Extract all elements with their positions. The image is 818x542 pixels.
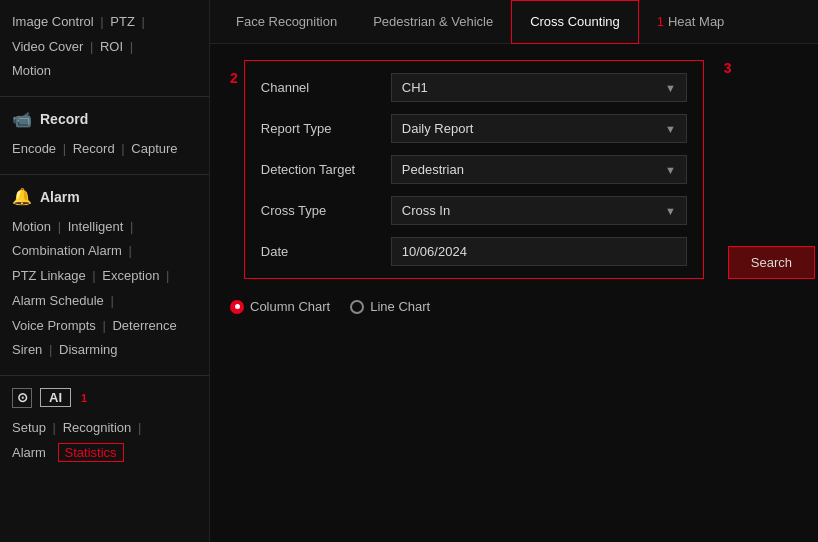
detection-target-value: Pedestrian [402,162,464,177]
sidebar-link-alarm-schedule[interactable]: Alarm Schedule [12,293,104,308]
image-section-links: Image Control | PTZ | Video Cover | ROI … [0,6,209,92]
sidebar-link-siren[interactable]: Siren [12,342,42,357]
report-type-label: Report Type [261,121,391,136]
tab-pedestrian-vehicle[interactable]: Pedestrian & Vehicle [355,0,511,44]
detection-target-select[interactable]: Pedestrian ▼ [391,155,687,184]
ai-badge-number: 1 [81,392,87,404]
date-input[interactable] [391,237,687,266]
sidebar-link-setup[interactable]: Setup [12,420,46,435]
top-tabs: Face Recognition Pedestrian & Vehicle Cr… [210,0,818,44]
ai-section-links: Setup | Recognition | Alarm Statistics [0,412,209,473]
line-chart-label: Line Chart [370,299,430,314]
column-chart-label: Column Chart [250,299,330,314]
sidebar-link-combination-alarm[interactable]: Combination Alarm [12,243,122,258]
sidebar-link-motion[interactable]: Motion [12,219,51,234]
main-panel: Face Recognition Pedestrian & Vehicle Cr… [210,0,818,542]
cross-type-value: Cross In [402,203,450,218]
sidebar-link-roi[interactable]: ROI [100,39,123,54]
chart-selector: Column Chart Line Chart [230,299,798,314]
cross-type-select[interactable]: Cross In ▼ [391,196,687,225]
sidebar-link-capture[interactable]: Capture [131,141,177,156]
record-section-title: 📹 Record [0,101,209,133]
cross-type-label: Cross Type [261,203,391,218]
form-badge-2: 2 [230,70,238,86]
sidebar-link-ptz-linkage[interactable]: PTZ Linkage [12,268,86,283]
tab-heat-map-label: Heat Map [668,14,724,29]
ai-section-title: ⊙ AI 1 [0,380,209,412]
sidebar-link-deterrence[interactable]: Deterrence [112,318,176,333]
date-control [391,237,687,266]
record-section-links: Encode | Record | Capture [0,133,209,170]
sidebar-link-disarming[interactable]: Disarming [59,342,118,357]
search-form: Channel CH1 ▼ Report Type [244,60,704,279]
sidebar-link-voice-prompts[interactable]: Voice Prompts [12,318,96,333]
report-type-chevron-icon: ▼ [665,123,676,135]
sidebar-link-encode[interactable]: Encode [12,141,56,156]
ai-title: AI [40,388,71,407]
search-area: 3 Search [728,60,815,279]
column-chart-option[interactable]: Column Chart [230,299,330,314]
record-title: Record [40,111,88,127]
line-chart-radio[interactable] [350,300,364,314]
cross-type-chevron-icon: ▼ [665,205,676,217]
record-icon: 📹 [12,109,32,129]
sidebar-link-ptz[interactable]: PTZ [110,14,135,29]
channel-label: Channel [261,80,391,95]
alarm-icon: 🔔 [12,187,32,207]
report-type-control: Daily Report ▼ [391,114,687,143]
line-chart-option[interactable]: Line Chart [350,299,430,314]
form-wrapper: 2 Channel CH1 ▼ Report T [230,60,798,279]
cross-type-row: Cross Type Cross In ▼ [261,196,687,225]
date-label: Date [261,244,391,259]
search-button[interactable]: Search [728,246,815,279]
alarm-title: Alarm [40,189,80,205]
sidebar-link-video-cover[interactable]: Video Cover [12,39,83,54]
ai-icon: ⊙ [12,388,32,408]
detection-target-control: Pedestrian ▼ [391,155,687,184]
sidebar: Image Control | PTZ | Video Cover | ROI … [0,0,210,542]
sidebar-link-alarm-ai[interactable]: Alarm [12,445,46,460]
date-row: Date [261,237,687,266]
report-type-value: Daily Report [402,121,474,136]
cross-type-control: Cross In ▼ [391,196,687,225]
detection-target-chevron-icon: ▼ [665,164,676,176]
sidebar-link-exception[interactable]: Exception [102,268,159,283]
content-area: 2 Channel CH1 ▼ Report T [210,44,818,542]
channel-row: Channel CH1 ▼ [261,73,687,102]
tab-cross-counting-label: Cross Counting [530,14,620,29]
channel-control: CH1 ▼ [391,73,687,102]
detection-target-row: Detection Target Pedestrian ▼ [261,155,687,184]
sidebar-link-motion-top[interactable]: Motion [12,63,51,78]
alarm-section-links: Motion | Intelligent | Combination Alarm… [0,211,209,371]
tab-cross-counting[interactable]: Cross Counting [511,0,639,44]
sidebar-link-image-control[interactable]: Image Control [12,14,94,29]
tab-face-recognition[interactable]: Face Recognition [218,0,355,44]
sidebar-link-recognition[interactable]: Recognition [63,420,132,435]
channel-chevron-icon: ▼ [665,82,676,94]
report-type-select[interactable]: Daily Report ▼ [391,114,687,143]
sidebar-link-record[interactable]: Record [73,141,115,156]
alarm-section-title: 🔔 Alarm [0,179,209,211]
column-chart-radio[interactable] [230,300,244,314]
tab-heat-map[interactable]: 1 Heat Map [639,0,743,44]
report-type-row: Report Type Daily Report ▼ [261,114,687,143]
sidebar-link-intelligent[interactable]: Intelligent [68,219,124,234]
channel-value: CH1 [402,80,428,95]
search-badge-3: 3 [724,60,732,76]
heat-map-badge: 1 [657,14,664,29]
detection-target-label: Detection Target [261,162,391,177]
channel-select[interactable]: CH1 ▼ [391,73,687,102]
sidebar-link-statistics[interactable]: Statistics [58,443,124,462]
